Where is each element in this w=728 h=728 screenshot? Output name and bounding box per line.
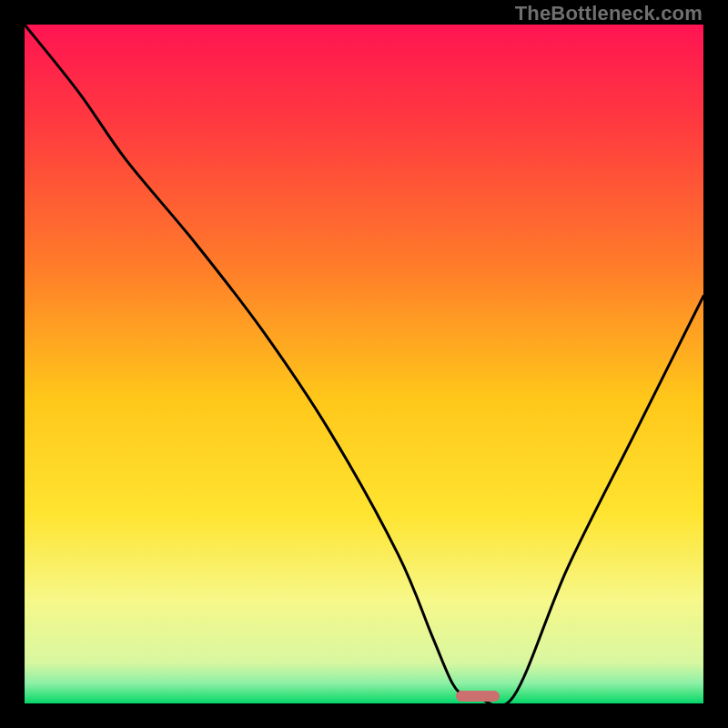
curve-path — [25, 25, 703, 703]
watermark-text: TheBottleneck.com — [515, 2, 703, 25]
bottleneck-curve — [25, 25, 703, 703]
optimal-marker — [456, 691, 500, 702]
chart-frame: TheBottleneck.com — [0, 0, 728, 728]
plot-area — [25, 25, 703, 703]
